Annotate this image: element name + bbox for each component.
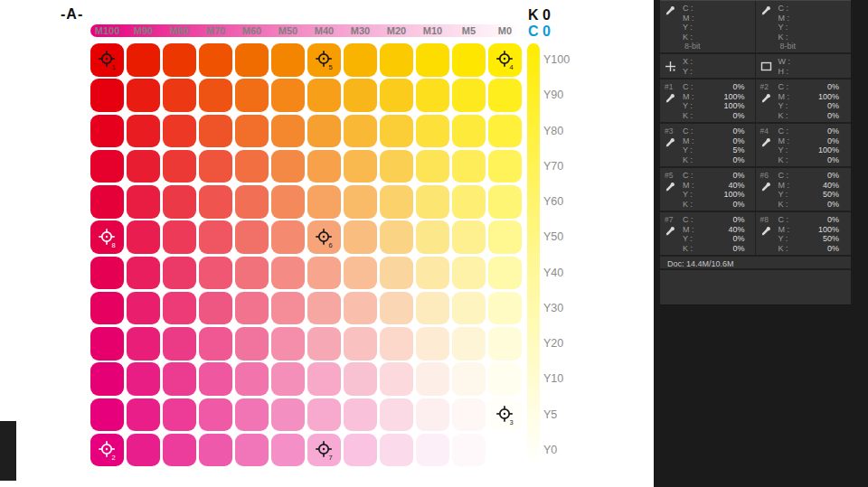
color-swatch-m50-y10[interactable]	[271, 362, 305, 396]
color-swatch-m70-y100[interactable]	[199, 43, 232, 77]
color-swatch-m50-y40[interactable]	[271, 257, 305, 290]
color-sampler-marker-2[interactable]: 2	[96, 438, 119, 462]
color-swatch-m5-y70[interactable]	[452, 150, 486, 183]
color-swatch-m20-y10[interactable]	[380, 362, 413, 396]
color-swatch-m60-y40[interactable]	[235, 257, 269, 290]
color-swatch-m80-y10[interactable]	[163, 362, 196, 396]
color-swatch-m30-y80[interactable]	[344, 115, 377, 148]
color-swatch-m5-y80[interactable]	[452, 115, 486, 148]
color-swatch-m50-y70[interactable]	[271, 150, 305, 183]
color-swatch-m30-y20[interactable]	[344, 327, 377, 361]
color-swatch-m0-y0[interactable]	[488, 434, 522, 467]
color-swatch-m0-y80[interactable]	[488, 115, 522, 148]
color-swatch-m60-y60[interactable]	[235, 185, 269, 219]
color-swatch-m50-y30[interactable]	[271, 292, 305, 325]
color-swatch-m100-y70[interactable]	[90, 150, 124, 183]
color-swatch-m5-y90[interactable]	[452, 79, 486, 112]
color-swatch-m50-y5[interactable]	[271, 398, 305, 432]
color-swatch-m30-y5[interactable]	[344, 398, 377, 432]
color-swatch-m5-y60[interactable]	[452, 185, 486, 219]
color-swatch-m20-y80[interactable]	[380, 115, 413, 148]
color-swatch-m90-y50[interactable]	[127, 220, 160, 254]
color-swatch-m5-y50[interactable]	[452, 220, 486, 254]
color-swatch-m5-y100[interactable]	[452, 43, 486, 77]
color-swatch-m40-y30[interactable]	[307, 292, 341, 325]
color-swatch-m60-y90[interactable]	[235, 79, 269, 112]
color-sampler-marker-6[interactable]: 6	[313, 226, 336, 249]
color-swatch-m20-y60[interactable]	[380, 185, 413, 219]
color-swatch-m60-y30[interactable]	[235, 292, 269, 325]
color-swatch-m60-y100[interactable]	[235, 43, 269, 77]
color-swatch-m70-y70[interactable]	[199, 150, 232, 183]
color-swatch-m100-y90[interactable]	[90, 79, 124, 112]
color-swatch-m90-y60[interactable]	[127, 185, 160, 219]
color-swatch-m30-y50[interactable]	[344, 220, 377, 254]
color-swatch-m10-y5[interactable]	[416, 398, 449, 432]
color-swatch-m40-y5[interactable]	[307, 398, 341, 432]
color-swatch-m70-y10[interactable]	[199, 362, 232, 396]
color-swatch-m10-y70[interactable]	[416, 150, 449, 183]
color-swatch-m60-y20[interactable]	[235, 327, 269, 361]
color-swatch-m10-y50[interactable]	[416, 220, 449, 254]
color-swatch-m70-y60[interactable]	[199, 185, 232, 219]
color-swatch-m70-y0[interactable]	[199, 434, 232, 467]
color-swatch-m50-y60[interactable]	[271, 185, 305, 219]
color-swatch-m90-y30[interactable]	[127, 292, 160, 325]
color-swatch-m100-y20[interactable]	[90, 327, 124, 361]
color-swatch-m60-y50[interactable]	[235, 220, 269, 254]
color-swatch-m20-y5[interactable]	[380, 398, 413, 432]
color-swatch-m20-y20[interactable]	[380, 327, 413, 361]
color-swatch-m100-y60[interactable]	[90, 185, 124, 219]
color-swatch-m80-y100[interactable]	[163, 43, 196, 77]
color-swatch-m30-y60[interactable]	[344, 185, 377, 219]
color-swatch-m5-y20[interactable]	[452, 327, 486, 361]
color-sampler-marker-7[interactable]: 7	[313, 438, 336, 462]
color-swatch-m80-y5[interactable]	[163, 398, 196, 432]
color-swatch-m0-y90[interactable]	[488, 79, 522, 112]
color-swatch-m90-y5[interactable]	[127, 398, 160, 432]
color-sampler-marker-5[interactable]: 5	[313, 48, 336, 71]
color-swatch-m0-y10[interactable]	[488, 362, 522, 396]
color-swatch-m50-y100[interactable]	[271, 43, 305, 77]
color-swatch-m80-y60[interactable]	[163, 185, 196, 219]
color-swatch-m60-y80[interactable]	[235, 115, 269, 148]
color-swatch-m40-y20[interactable]	[307, 327, 341, 361]
color-swatch-m10-y20[interactable]	[416, 327, 449, 361]
color-swatch-m100-y5[interactable]	[90, 398, 124, 432]
color-swatch-m40-y70[interactable]	[307, 150, 341, 183]
color-swatch-m0-y40[interactable]	[488, 257, 522, 290]
color-swatch-m30-y30[interactable]	[344, 292, 377, 325]
color-swatch-m90-y0[interactable]	[127, 434, 160, 467]
color-swatch-m90-y20[interactable]	[127, 327, 160, 361]
color-swatch-m30-y90[interactable]	[344, 79, 377, 112]
color-swatch-m50-y90[interactable]	[271, 79, 305, 112]
color-swatch-m20-y70[interactable]	[380, 150, 413, 183]
color-swatch-m10-y40[interactable]	[416, 257, 449, 290]
color-swatch-m50-y0[interactable]	[271, 434, 305, 467]
color-swatch-m80-y0[interactable]	[163, 434, 196, 467]
color-swatch-m20-y30[interactable]	[380, 292, 413, 325]
color-swatch-m0-y50[interactable]	[488, 220, 522, 254]
color-swatch-m10-y90[interactable]	[416, 79, 449, 112]
color-swatch-m70-y90[interactable]	[199, 79, 232, 112]
color-swatch-m50-y50[interactable]	[271, 220, 305, 254]
color-swatch-m80-y30[interactable]	[163, 292, 196, 325]
color-swatch-m30-y0[interactable]	[344, 434, 377, 467]
color-swatch-m90-y70[interactable]	[127, 150, 160, 183]
color-swatch-m10-y30[interactable]	[416, 292, 449, 325]
color-swatch-m60-y5[interactable]	[235, 398, 269, 432]
color-swatch-m70-y50[interactable]	[199, 220, 232, 254]
color-swatch-m70-y40[interactable]	[199, 257, 232, 290]
color-swatch-m10-y100[interactable]	[416, 43, 449, 77]
color-swatch-m100-y10[interactable]	[90, 362, 124, 396]
color-swatch-m80-y40[interactable]	[163, 257, 196, 290]
color-swatch-m10-y0[interactable]	[416, 434, 449, 467]
color-swatch-m0-y60[interactable]	[488, 185, 522, 219]
color-swatch-m20-y40[interactable]	[380, 257, 413, 290]
color-swatch-m5-y10[interactable]	[452, 362, 486, 396]
color-swatch-m50-y80[interactable]	[271, 115, 305, 148]
color-swatch-m90-y10[interactable]	[127, 362, 160, 396]
color-swatch-m40-y40[interactable]	[307, 257, 341, 290]
color-swatch-m10-y60[interactable]	[416, 185, 449, 219]
color-swatch-m90-y40[interactable]	[127, 257, 160, 290]
